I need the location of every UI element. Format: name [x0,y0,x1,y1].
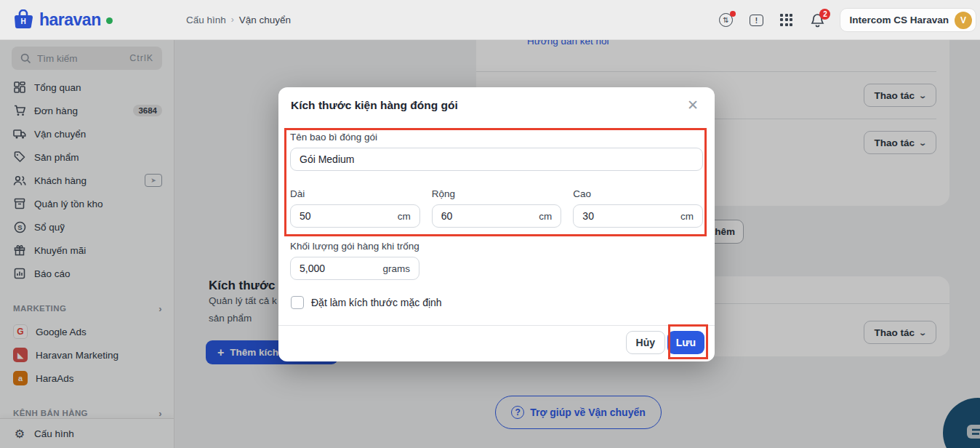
package-name-label: Tên bao bì đóng gói [290,132,703,143]
length-field: Dài cm [290,188,420,228]
haravan-logo[interactable]: H haravan [13,9,166,30]
height-unit: cm [680,211,694,222]
cancel-button[interactable]: Hủy [626,331,665,354]
package-name-field: Tên bao bì đóng gói [290,132,703,171]
topbar: H haravan Cấu hình › Vận chuyển ⇅ ! 2 In… [0,0,980,40]
topbar-actions: ⇅ ! 2 Intercom CS Haravan V [718,0,976,40]
notifications-bell-icon[interactable]: 2 [809,12,825,28]
width-unit: cm [539,211,552,222]
notification-badge: 2 [819,9,830,20]
weight-unit: grams [382,263,410,274]
save-button[interactable]: Lưu [667,331,704,354]
empty-weight-label: Khối lượng gói hàng khi trống [290,241,581,252]
close-icon[interactable]: ✕ [687,97,699,113]
checkbox-unchecked[interactable] [291,296,304,309]
account-name: Intercom CS Haravan [849,15,949,25]
svg-text:H: H [20,17,25,25]
haravan-bag-icon: H [13,9,35,30]
dimensions-row: Dài cm Rộng cm Cao cm [290,188,703,228]
modal-title: Kích thước kiện hàng đóng gói [291,99,458,112]
default-size-checkbox-row[interactable]: Đặt làm kích thước mặc định [291,296,442,309]
height-field: Cao cm [573,188,703,228]
sync-status-icon[interactable]: ⇅ [718,12,734,28]
breadcrumb-section[interactable]: Cấu hình [186,15,226,25]
account-menu[interactable]: Intercom CS Haravan V [840,8,976,32]
status-dot [106,17,113,24]
empty-weight-field: Khối lượng gói hàng khi trống grams [290,241,419,280]
checkbox-label: Đặt làm kích thước mặc định [311,297,442,308]
breadcrumb-separator: › [231,15,234,25]
avatar: V [955,12,972,29]
breadcrumb-page: Vận chuyển [239,15,291,25]
brand-name: haravan [39,10,101,30]
length-unit: cm [398,211,411,222]
package-name-input[interactable] [290,148,703,171]
breadcrumb: Cấu hình › Vận chuyển [186,15,291,25]
package-size-modal: Kích thước kiện hàng đóng gói ✕ Tên bao … [278,87,715,361]
divider [278,325,715,326]
width-field: Rộng cm [432,188,562,228]
feedback-icon[interactable]: ! [748,12,764,28]
apps-grid-icon[interactable] [779,12,795,28]
sync-alert-dot [730,11,736,17]
